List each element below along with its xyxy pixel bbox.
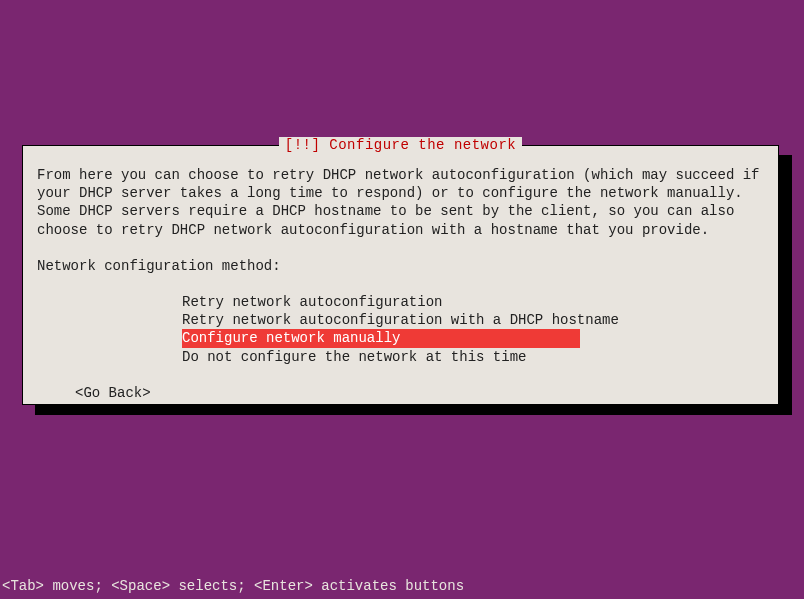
option-retry-autoconfig[interactable]: Retry network autoconfiguration <box>182 293 764 311</box>
dialog-prompt: Network configuration method: <box>37 257 764 275</box>
dialog-description: From here you can choose to retry DHCP n… <box>37 166 764 239</box>
dialog-title: [!!] Configure the network <box>279 137 522 153</box>
dialog-content: From here you can choose to retry DHCP n… <box>23 146 778 412</box>
dialog-title-bar: [!!] Configure the network <box>23 137 778 153</box>
configure-network-dialog: [!!] Configure the network From here you… <box>22 145 779 405</box>
option-configure-manually[interactable]: Configure network manually <box>182 329 580 347</box>
footer-hint: <Tab> moves; <Space> selects; <Enter> ac… <box>2 578 464 594</box>
option-do-not-configure[interactable]: Do not configure the network at this tim… <box>182 348 764 366</box>
option-retry-hostname[interactable]: Retry network autoconfiguration with a D… <box>182 311 764 329</box>
go-back-button[interactable]: <Go Back> <box>75 384 151 402</box>
menu-options: Retry network autoconfiguration Retry ne… <box>182 293 764 366</box>
